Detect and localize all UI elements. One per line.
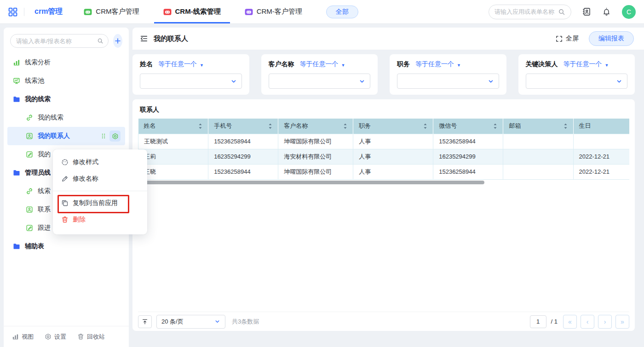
table-cell: 2022-12-21: [573, 164, 629, 179]
folder-icon: [13, 243, 20, 250]
menu-item-label: 修改名称: [73, 175, 98, 183]
search-icon[interactable]: [558, 8, 565, 16]
prev-page-button[interactable]: ‹: [581, 315, 594, 329]
sidebar-footer-item-2[interactable]: 回收站: [77, 333, 105, 341]
sidebar-item-3[interactable]: 我的线索: [7, 108, 125, 127]
form-search: [10, 34, 109, 48]
table-cell: 15236258944: [433, 134, 503, 149]
table-row[interactable]: 王莉16235294299海安材料有限公司人事162352942992022-1…: [138, 149, 630, 164]
scrollbar-thumb[interactable]: [138, 181, 484, 184]
app-tab-1[interactable]: CRM-线索管理: [163, 0, 221, 23]
sidebar-item-label: 线索池: [25, 77, 44, 85]
form-search-input[interactable]: [16, 38, 97, 45]
collapse-sidebar-icon[interactable]: [140, 34, 148, 43]
operator-label: 等于任意一个: [300, 60, 339, 68]
fold-button[interactable]: [138, 315, 152, 328]
sort-icon[interactable]: [198, 123, 202, 130]
table-cell: 人事: [353, 149, 433, 164]
edit-report-button[interactable]: 编辑报表: [589, 31, 634, 46]
sidebar-item-4[interactable]: 我的联系人: [7, 127, 125, 145]
pen-icon: [61, 175, 69, 182]
sort-icon[interactable]: [268, 123, 272, 130]
filter-operator-dropdown[interactable]: 等于任意一个: [158, 60, 204, 68]
filter-operator-dropdown[interactable]: 等于任意一个: [415, 60, 461, 68]
table-empty-space: [138, 184, 629, 312]
sidebar-item-label: 管理员线: [25, 169, 51, 177]
tab-label: CRM-客户管理: [257, 7, 302, 16]
context-menu-item-0[interactable]: 修改样式: [53, 154, 147, 171]
contacts-card: 联系人 姓名手机号客户名称职务微信号邮箱生日性别 王晓测试15236258944…: [132, 99, 635, 331]
bell-icon[interactable]: [602, 7, 611, 16]
contact-book-icon[interactable]: [582, 7, 591, 16]
filter-value-select[interactable]: [526, 74, 628, 89]
contact-card-icon: [26, 132, 33, 140]
contacts-table: 姓名手机号客户名称职务微信号邮箱生日性别 王晓测试15236258944坤曜国际…: [138, 119, 629, 180]
folder-icon: [13, 96, 20, 103]
filter-value-select[interactable]: [269, 74, 371, 89]
app-icon: [163, 8, 172, 16]
first-page-button[interactable]: «: [563, 315, 577, 329]
sidebar-item-label: 辅助表: [25, 242, 44, 250]
app-tab-0[interactable]: CRM客户管理: [84, 0, 139, 23]
sidebar-footer-item-1[interactable]: 设置: [45, 333, 66, 341]
context-menu-item-3[interactable]: 删除: [53, 211, 147, 228]
user-avatar[interactable]: C: [622, 5, 636, 19]
sort-icon[interactable]: [343, 123, 347, 130]
all-apps-button[interactable]: 全部: [326, 6, 358, 18]
column-label: 邮箱: [509, 122, 521, 130]
column-header-1[interactable]: 手机号: [208, 119, 278, 134]
column-header-3[interactable]: 职务: [353, 119, 433, 134]
column-label: 姓名: [144, 122, 156, 130]
table-viewport: 姓名手机号客户名称职务微信号邮箱生日性别 王晓测试15236258944坤曜国际…: [138, 119, 629, 180]
filter-card-3: 关键决策人 等于任意一个: [518, 54, 635, 95]
tab-label: CRM-线索管理: [175, 7, 221, 16]
home-link[interactable]: crm管理: [34, 7, 63, 17]
column-header-5[interactable]: 邮箱: [503, 119, 573, 134]
column-header-2[interactable]: 客户名称: [278, 119, 353, 134]
table-row[interactable]: 王晓15236258944坤曜国际有限公司人事152362589442022-1…: [138, 164, 630, 179]
sort-icon[interactable]: [423, 123, 427, 130]
search-icon[interactable]: [97, 38, 104, 44]
sidebar-footer-item-0[interactable]: 视图: [12, 333, 34, 341]
chevron-down-icon: [488, 78, 494, 85]
context-menu-item-2[interactable]: 复制到当前应用: [53, 195, 147, 211]
sidebar-item-0[interactable]: 线索分析: [7, 53, 125, 72]
global-search-input[interactable]: [494, 8, 558, 15]
chevron-down-icon: [230, 78, 237, 85]
column-header-4[interactable]: 微信号: [433, 119, 503, 134]
sort-icon[interactable]: [564, 123, 568, 130]
column-header-6[interactable]: 生日: [573, 119, 629, 134]
grid-apps-icon[interactable]: [8, 7, 17, 17]
sidebar-item-1[interactable]: 线索池: [7, 72, 125, 90]
chevron-down-icon: [214, 319, 220, 324]
filter-value-select[interactable]: [140, 74, 242, 89]
sidebar-item-10[interactable]: 辅助表: [7, 237, 125, 256]
context-menu-item-1[interactable]: 修改名称: [53, 171, 147, 187]
table-title: 联系人: [140, 106, 627, 114]
sidebar-item-label: 线索分析: [25, 58, 51, 67]
horizontal-scrollbar: [138, 181, 629, 184]
filter-operator-dropdown[interactable]: 等于任意一个: [564, 60, 609, 68]
last-page-button[interactable]: »: [615, 315, 629, 329]
caret-down-icon: [200, 61, 204, 68]
sort-icon[interactable]: [493, 123, 497, 130]
page-number-input[interactable]: [530, 315, 546, 328]
column-header-0[interactable]: 姓名: [138, 119, 208, 134]
item-settings-button[interactable]: [109, 131, 121, 142]
table-cell: 15236258944: [208, 134, 278, 149]
chevron-down-icon: [616, 78, 622, 85]
filter-label: 职务: [397, 60, 410, 68]
drag-handle-icon[interactable]: [100, 133, 107, 139]
table-row[interactable]: 王晓测试15236258944坤曜国际有限公司人事15236258944: [138, 134, 630, 149]
filter-card-2: 职务 等于任意一个: [390, 54, 506, 95]
filter-value-select[interactable]: [397, 74, 499, 89]
app-tab-2[interactable]: CRM-客户管理: [245, 0, 302, 23]
page-size-select[interactable]: 20 条/页: [156, 315, 225, 329]
sidebar-item-2[interactable]: 我的线索: [7, 90, 125, 108]
sidebar-item-label: 跟进: [38, 224, 51, 232]
filter-operator-dropdown[interactable]: 等于任意一个: [300, 60, 345, 68]
footer-item-label: 视图: [22, 333, 34, 341]
next-page-button[interactable]: ›: [598, 315, 612, 329]
fullscreen-button[interactable]: 全屏: [556, 34, 579, 43]
add-form-button[interactable]: [113, 34, 122, 48]
